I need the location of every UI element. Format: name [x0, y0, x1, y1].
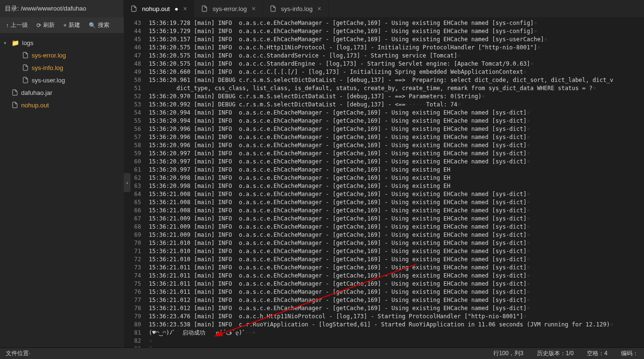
code-line[interactable]: 15:36:23.476 [main] INFO o.a.c.h.Http11N…	[149, 313, 644, 321]
code-line[interactable]: 15:36:21.011 [main] INFO o.a.s.c.e.EhCac…	[149, 288, 644, 296]
tree-node-label: sys-error.log	[32, 52, 66, 59]
code-line[interactable]: 15:36:21.009 [main] INFO o.a.s.c.e.EhCac…	[149, 223, 644, 231]
up-level-button[interactable]: ↑ 上一级	[2, 17, 32, 33]
tree-file-sys-error-log[interactable]: sys-error.log	[0, 49, 124, 61]
tab-label: nohup.out	[142, 5, 170, 12]
code-line[interactable]: 15:36:21.010 [main] INFO o.a.s.c.e.EhCac…	[149, 247, 644, 255]
code-line[interactable]: 15:36:21.008 [main] INFO o.a.s.c.e.EhCac…	[149, 190, 644, 198]
tree-file-dafuhao-jar[interactable]: dafuhao.jar	[0, 86, 124, 99]
code-line[interactable]: 15:36:20.660 [main] INFO o.a.c.c.C.[.[.[…	[149, 68, 644, 76]
code-line[interactable]: 15:36:20.575 [main] INFO o.a.c.h.Http11N…	[149, 44, 644, 52]
code-content[interactable]: 15:36:19.728 [main] INFO o.a.s.c.e.EhCac…	[145, 17, 644, 347]
code-line[interactable]: 15:36:19.729 [main] INFO o.a.s.c.e.EhCac…	[149, 27, 644, 35]
tab-label: sys-error.log	[213, 5, 247, 12]
code-line[interactable]: dict_type, css_class, list_class, is_def…	[149, 84, 644, 93]
code-line[interactable]: 15:36:20.997 [main] INFO o.a.s.c.e.EhCac…	[149, 150, 644, 158]
status-history: 历史版本：1/0	[537, 349, 574, 358]
code-line[interactable]: 15:36:23.538 [main] INFO c.r.RuoYiApplic…	[149, 321, 644, 329]
tree-file-sys-user-log[interactable]: sys-user.log	[0, 74, 124, 86]
code-line[interactable]: 15:36:20.996 [main] INFO o.a.s.c.e.EhCac…	[149, 125, 644, 133]
status-encoding: 编码：	[621, 349, 638, 358]
code-line[interactable]: 15:36:20.994 [main] INFO o.a.s.c.e.EhCac…	[149, 117, 644, 125]
code-line[interactable]: 15:36:20.998 [main] INFO o.a.s.c.e.EhCac…	[149, 174, 644, 182]
code-editor[interactable]: 4344454647484950515253545556575859606162…	[124, 17, 644, 347]
code-line[interactable]: (♥◠‿◠)ﾉﾞ 启动成功 ლ(´ڡ`ლ)ﾞ··¤	[149, 329, 644, 337]
code-line[interactable]: 15:36:21.011 [main] INFO o.a.s.c.e.EhCac…	[149, 264, 644, 272]
code-line[interactable]: 15:36:20.994 [main] INFO o.a.s.c.e.EhCac…	[149, 109, 644, 117]
tree-folder-logs[interactable]: ▾📁logs	[0, 36, 124, 49]
code-line[interactable]: 15:36:20.997 [main] INFO o.a.s.c.e.EhCac…	[149, 166, 644, 174]
status-bar: 文件位置· 行100，列3 历史版本：1/0 空格：4 编码：	[0, 347, 644, 359]
code-line[interactable]: 15:36:21.008 [main] INFO o.a.s.c.e.EhCac…	[149, 198, 644, 207]
code-line[interactable]: 15:36:21.009 [main] INFO o.a.s.c.e.EhCac…	[149, 215, 644, 223]
close-icon[interactable]: ×	[183, 5, 187, 12]
file-tree-sidebar: ↑ 上一级 ⟳ 刷新 + 新建 🔍 搜索 ▾📁logssys-error.log…	[0, 17, 124, 347]
folder-icon: 📁	[12, 39, 19, 46]
code-line[interactable]: 15:36:20.998 [main] INFO o.a.s.c.e.EhCac…	[149, 182, 644, 190]
editor-tabs: nohup.out●×sys-error.log×sys-info.log×	[124, 0, 644, 17]
modified-dot-icon: ●	[175, 5, 179, 12]
code-line[interactable]: 15:36:21.009 [main] INFO o.a.s.c.e.EhCac…	[149, 231, 644, 239]
refresh-button[interactable]: ⟳ 刷新	[33, 17, 59, 33]
plus-icon: +	[63, 22, 67, 29]
tab-sys-info-log[interactable]: sys-info.log×	[263, 0, 329, 17]
code-line[interactable]: 15:36:19.728 [main] INFO o.a.s.c.e.EhCac…	[149, 19, 644, 27]
arrow-up-icon: ↑	[6, 22, 9, 29]
code-line[interactable]: 15:36:20.157 [main] INFO o.a.s.c.e.EhCac…	[149, 35, 644, 44]
code-line[interactable]: 15:36:21.011 [main] INFO o.a.s.c.e.EhCac…	[149, 272, 644, 280]
code-line[interactable]: 15:36:21.008 [main] INFO o.a.s.c.e.EhCac…	[149, 207, 644, 215]
search-icon: 🔍	[89, 22, 96, 29]
tree-file-nohup-out[interactable]: nohup.out	[0, 99, 124, 111]
code-line[interactable]: 15:36:20.992 [main] DEBUG c.r.s.m.S.sele…	[149, 101, 644, 109]
refresh-icon: ⟳	[36, 22, 41, 29]
tree-node-label: nohup.out	[21, 102, 49, 109]
tree-node-label: sys-info.log	[32, 64, 63, 71]
tab-label: sys-info.log	[281, 5, 313, 12]
close-icon[interactable]: ×	[317, 5, 321, 12]
code-line[interactable]: 15:36:20.970 [main] DEBUG c.r.s.m.S.sele…	[149, 93, 644, 101]
status-space: 空格：4	[587, 349, 608, 358]
tree-file-sys-info-log[interactable]: sys-info.log	[0, 61, 124, 74]
tree-node-label: sys-user.log	[32, 77, 65, 84]
status-file-position: 文件位置·	[6, 349, 30, 358]
code-line[interactable]: ¤	[149, 337, 644, 345]
search-button[interactable]: 🔍 搜索	[85, 17, 113, 33]
close-icon[interactable]: ×	[251, 5, 255, 12]
code-line[interactable]: 15:36:20.997 [main] INFO o.a.s.c.e.EhCac…	[149, 158, 644, 166]
tree-node-label: logs	[22, 39, 34, 46]
code-line[interactable]: 15:36:20.996 [main] INFO o.a.s.c.e.EhCac…	[149, 133, 644, 141]
code-line[interactable]: 15:36:20.961 [main] DEBUG c.r.s.m.S.sele…	[149, 76, 644, 84]
code-line[interactable]: 15:36:21.010 [main] INFO o.a.s.c.e.EhCac…	[149, 255, 644, 264]
tab-nohup-out[interactable]: nohup.out●×	[124, 0, 194, 17]
directory-path: 目录: /www/wwwroot/dafuhao	[0, 0, 124, 17]
tab-sys-error-log[interactable]: sys-error.log×	[194, 0, 263, 17]
status-line-col: 行100，列3	[493, 349, 524, 358]
sidebar-collapse-handle[interactable]: ‹	[124, 173, 131, 192]
code-line[interactable]: 15:36:21.010 [main] INFO o.a.s.c.e.EhCac…	[149, 239, 644, 247]
chevron-down-icon: ▾	[4, 40, 9, 46]
code-line[interactable]: 15:36:21.012 [main] INFO o.a.s.c.e.EhCac…	[149, 304, 644, 313]
sidebar-toolbar: ↑ 上一级 ⟳ 刷新 + 新建 🔍 搜索	[0, 17, 124, 34]
code-line[interactable]: 15:36:20.575 [main] INFO o.a.c.c.Standar…	[149, 60, 644, 68]
chevron-left-icon: ‹	[126, 180, 128, 185]
code-line[interactable]: 15:36:20.996 [main] INFO o.a.s.c.e.EhCac…	[149, 141, 644, 150]
code-line[interactable]: 15:36:21.012 [main] INFO o.a.s.c.e.EhCac…	[149, 296, 644, 304]
tree-node-label: dafuhao.jar	[21, 89, 52, 96]
code-line[interactable]: 15:36:20.575 [main] INFO o.a.c.c.Standar…	[149, 52, 644, 60]
code-line[interactable]: 15:36:21.011 [main] INFO o.a.s.c.e.EhCac…	[149, 280, 644, 288]
new-button[interactable]: + 新建	[60, 17, 84, 33]
code-line[interactable]: ¶	[149, 345, 644, 347]
